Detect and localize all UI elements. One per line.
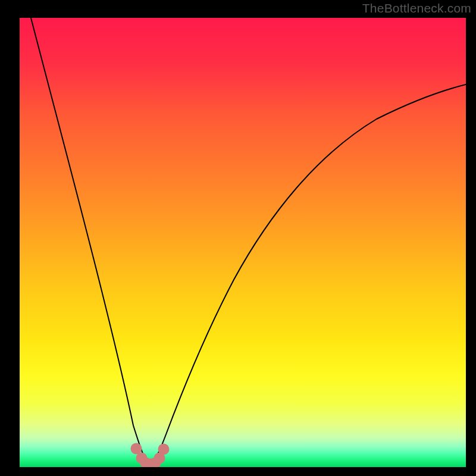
- watermark-text: TheBottleneck.com: [362, 1, 471, 15]
- plot-area: [20, 18, 466, 467]
- trough-marker: [158, 444, 170, 455]
- chart-frame: TheBottleneck.com: [0, 0, 476, 476]
- gradient-background: [20, 18, 466, 467]
- trough-marker: [131, 443, 142, 455]
- chart-svg: [20, 18, 466, 467]
